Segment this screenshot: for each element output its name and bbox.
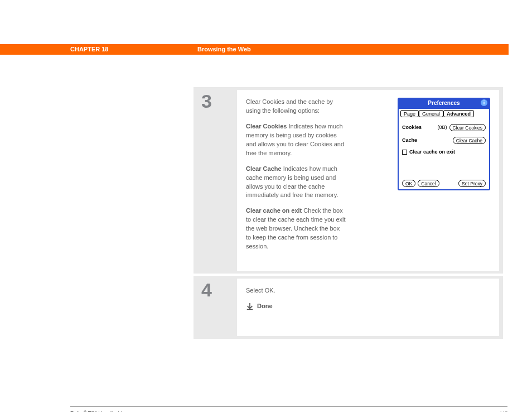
clear-cookies-button[interactable]: Clear Cookies (449, 124, 486, 131)
done-row: Done (246, 302, 490, 311)
done-arrow-icon (246, 303, 254, 310)
chapter-title: Browsing the Web (197, 46, 251, 52)
tab-page[interactable]: Page (400, 110, 419, 117)
info-icon[interactable]: i (481, 99, 487, 106)
tab-general[interactable]: General (419, 110, 443, 117)
step-number-col: 4 (194, 276, 237, 339)
clear-on-exit-checkbox[interactable] (402, 150, 407, 155)
step-3-content: Clear Cookies and the cache by using the… (237, 90, 499, 271)
palm-cookies-label: Cookies (402, 124, 422, 131)
step3-intro: Clear Cookies and the cache by using the… (246, 98, 344, 116)
palm-cache-label: Cache (402, 137, 417, 144)
step-number: 4 (201, 279, 212, 301)
step-3-block: 3 Clear Cookies and the cache by using t… (194, 87, 503, 274)
clear-cookies-label: Clear Cookies (246, 123, 287, 130)
clear-cache-label: Clear Cache (246, 165, 282, 172)
palm-tabs: Page General Advanced (399, 109, 489, 119)
palm-titlebar: Preferences i (399, 99, 489, 109)
palm-cookies-size: (0B) (438, 124, 447, 131)
step-4-block: 4 Select OK. Done (194, 276, 503, 339)
ok-button[interactable]: OK (402, 180, 415, 187)
chapter-banner: CHAPTER 18 Browsing the Web (0, 44, 509, 55)
palm-footer: OK Cancel Set Proxy (399, 180, 489, 187)
palm-title-text: Preferences (428, 100, 460, 106)
step3-p2: Clear Cache Indicates how much cache mem… (246, 165, 346, 200)
set-proxy-button[interactable]: Set Proxy (458, 180, 486, 187)
step3-p3: Clear cache on exit Check the box to cle… (246, 207, 346, 251)
clear-on-exit-label: Clear cache on exit (246, 207, 302, 214)
tab-advanced[interactable]: Advanced (443, 110, 474, 117)
chapter-number: CHAPTER 18 (70, 46, 108, 52)
step-4-content: Select OK. Done (237, 279, 499, 336)
step-number: 3 (201, 90, 212, 112)
done-label: Done (257, 302, 273, 311)
clear-cache-button[interactable]: Clear Cache (453, 137, 486, 144)
palm-preferences-screenshot: Preferences i Page General Advanced Cook… (398, 98, 490, 190)
cancel-button[interactable]: Cancel (418, 180, 439, 187)
step4-body: Select OK. (246, 286, 391, 295)
step3-p1: Clear Cookies Indicates how much memory … (246, 122, 346, 158)
step-number-col: 3 (194, 87, 237, 274)
page-footer: Palm® T|X Handheld 447 (70, 406, 507, 412)
palm-clear-on-exit-label: Clear cache on exit (409, 148, 455, 156)
